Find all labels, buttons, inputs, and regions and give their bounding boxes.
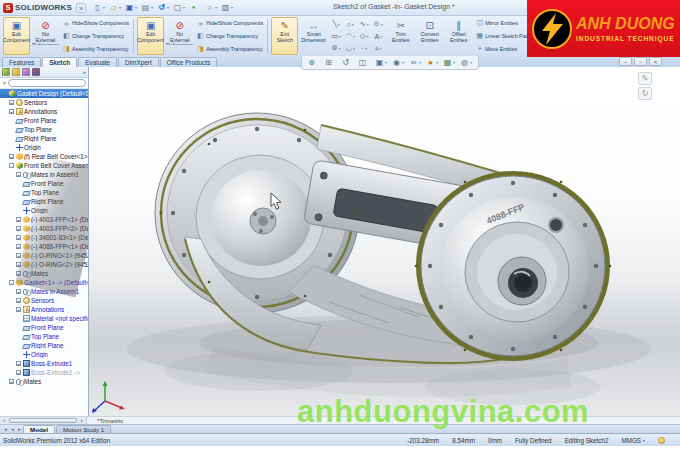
quick-access-button[interactable]: ○▾ [204, 2, 219, 13]
tree-item[interactable]: + Sensors [0, 98, 88, 107]
ribbon-big-button[interactable]: ⊘No External References [32, 17, 59, 55]
expand-toggle-icon[interactable]: + [16, 370, 21, 375]
tree-item[interactable]: Origin [0, 143, 88, 152]
ribbon-small-button[interactable]: ◨Assembly Transparency [60, 43, 131, 55]
tree-item[interactable]: + Annotations [0, 107, 88, 116]
expand-toggle-icon[interactable] [16, 334, 21, 339]
tree-item[interactable]: - Gasket<1> -> (Default<<D [0, 278, 88, 287]
sketch-tool-button[interactable]: ╲▾ [329, 18, 343, 30]
quick-access-button[interactable]: ▣▾ [124, 2, 139, 13]
tree-item[interactable]: Origin [0, 350, 88, 359]
ribbon-big-button[interactable]: ✂Trim Entities [387, 17, 414, 55]
ribbon-small-button[interactable]: ◧Change Transparency [194, 30, 265, 42]
caret-down-icon[interactable]: ▾ [470, 60, 474, 65]
units-selector[interactable]: MMGS ▾ [621, 437, 645, 444]
ribbon-big-button[interactable]: ⊡Convert Entities [416, 17, 443, 55]
view-toolbar-button[interactable]: ▦▾ [442, 58, 457, 67]
caret-down-icon[interactable]: ▾ [119, 5, 123, 10]
tree-item[interactable]: Right Plane [0, 341, 88, 350]
expand-toggle-icon[interactable]: + [9, 100, 14, 105]
expand-toggle-icon[interactable]: + [16, 307, 21, 312]
caret-down-icon[interactable]: ▾ [103, 5, 107, 10]
document-tab[interactable]: Motion Study 1 [56, 425, 111, 433]
sketch-tool-button[interactable]: ○▾ [343, 18, 357, 30]
sketch-tool-button[interactable]: ◡▾ [343, 42, 357, 54]
tab-nav-prev-icon[interactable]: ◂ [9, 425, 16, 433]
ribbon-small-button[interactable]: ◧Change Transparency [60, 30, 131, 42]
quick-access-button[interactable]: ↺▾ [156, 2, 171, 13]
expand-toggle-icon[interactable] [16, 352, 21, 357]
expand-toggle-icon[interactable]: + [16, 235, 21, 240]
quick-access-button[interactable]: ▱▾ [108, 2, 123, 13]
featuremanager-tab-icon[interactable] [2, 68, 10, 76]
tree-item[interactable]: + (-) O-RING<2> (9452K7 [0, 260, 88, 269]
tree-item[interactable]: Top Plane [0, 125, 88, 134]
tree-item[interactable]: Top Plane [0, 188, 88, 197]
caret-down-icon[interactable]: ▾ [338, 22, 340, 27]
restore-icon[interactable]: ▫ [634, 57, 647, 66]
view-toolbar-button[interactable]: ∞▾ [408, 58, 423, 67]
expand-toggle-icon[interactable]: + [16, 226, 21, 231]
expand-toggle-icon[interactable] [16, 181, 21, 186]
ribbon-big-button[interactable]: ▣Edit Component [3, 17, 30, 55]
view-toolbar-button[interactable]: ◫ [357, 58, 372, 67]
caret-down-icon[interactable]: ▾ [367, 22, 369, 27]
tab-nav-first-icon[interactable]: ◂ [2, 425, 9, 433]
model-gasket-assembly[interactable]: 4088-FFP [89, 67, 680, 416]
tree-item[interactable]: Right Plane [0, 197, 88, 206]
expand-toggle-icon[interactable]: + [16, 262, 21, 267]
quick-access-button[interactable]: ▯▾ [92, 2, 107, 13]
command-tab[interactable]: DimXpert [118, 57, 159, 67]
view-toolbar-button[interactable]: ◉▾ [391, 58, 406, 67]
caret-down-icon[interactable]: ▾ [231, 5, 235, 10]
ribbon-big-button[interactable]: ∥Offset Entities [445, 17, 472, 55]
sketch-tool-button[interactable]: ⊚▾ [329, 42, 343, 54]
scrollbar-thumb[interactable] [9, 418, 77, 423]
tree-item[interactable]: + (-) 4003-FFP<2> (Defau [0, 224, 88, 233]
view-toolbar-button[interactable]: ●▾ [425, 58, 440, 67]
view-toolbar-button[interactable]: ▣▾ [374, 58, 389, 67]
sketch-tool-button[interactable]: ·▾ [357, 42, 371, 54]
expand-toggle-icon[interactable]: + [9, 109, 14, 114]
caret-down-icon[interactable]: ▾ [151, 5, 155, 10]
sketch-tool-button[interactable]: ▵▾ [371, 42, 385, 54]
caret-down-icon[interactable]: ▾ [419, 60, 423, 65]
expand-toggle-icon[interactable]: + [16, 253, 21, 258]
command-tab[interactable]: Evaluate [78, 57, 117, 67]
view-toolbar-button[interactable]: ↺ [340, 58, 355, 67]
quick-access-button[interactable]: ▥▾ [220, 2, 235, 13]
caret-down-icon[interactable]: ▾ [380, 46, 382, 51]
expand-toggle-icon[interactable] [16, 343, 21, 348]
expand-toggle-icon[interactable] [2, 91, 7, 96]
tree-item[interactable]: + (-) 34001-83<1> (Defau [0, 233, 88, 242]
expand-toggle-icon[interactable]: - [9, 280, 14, 285]
expand-toggle-icon[interactable] [9, 136, 14, 141]
caret-down-icon[interactable]: ▾ [352, 22, 354, 27]
caret-down-icon[interactable]: ▾ [215, 5, 219, 10]
caret-down-icon[interactable]: ▾ [436, 60, 440, 65]
ribbon-small-button[interactable]: ∞Hide/Show Components [60, 17, 131, 29]
expand-toggle-icon[interactable] [16, 190, 21, 195]
caret-down-icon[interactable]: ▾ [366, 34, 368, 39]
expand-toggle-icon[interactable]: + [9, 154, 14, 159]
exit-sketch-confirm-icon[interactable]: ✎ [638, 72, 652, 85]
tree-item[interactable]: + (-) O-RING<1> (9452K1 [0, 251, 88, 260]
expand-toggle-icon[interactable] [9, 127, 14, 132]
view-toolbar-button[interactable]: ◍▾ [459, 58, 474, 67]
ribbon-big-button[interactable]: ↔Smart Dimension [300, 17, 327, 55]
tree-item[interactable]: + (-) 4088-FFP<1> (Defau [0, 242, 88, 251]
propertymanager-tab-icon[interactable] [12, 68, 20, 76]
scroll-right-icon[interactable]: ▸ [78, 418, 86, 423]
document-tab[interactable]: Model [23, 425, 55, 433]
tree-item[interactable]: Top Plane [0, 332, 88, 341]
expand-toggle-icon[interactable]: + [16, 298, 21, 303]
expand-toggle-icon[interactable]: + [16, 244, 21, 249]
expand-toggle-icon[interactable]: + [16, 289, 21, 294]
caret-down-icon[interactable]: ▾ [365, 46, 367, 51]
caret-down-icon[interactable]: ▾ [167, 5, 171, 10]
sketch-tool-button[interactable]: ∿▾ [357, 18, 371, 30]
caret-down-icon[interactable]: ▾ [135, 5, 139, 10]
close-icon[interactable]: × [649, 57, 662, 66]
command-tab[interactable]: Features [2, 57, 41, 67]
configurationmanager-tab-icon[interactable] [22, 68, 30, 76]
